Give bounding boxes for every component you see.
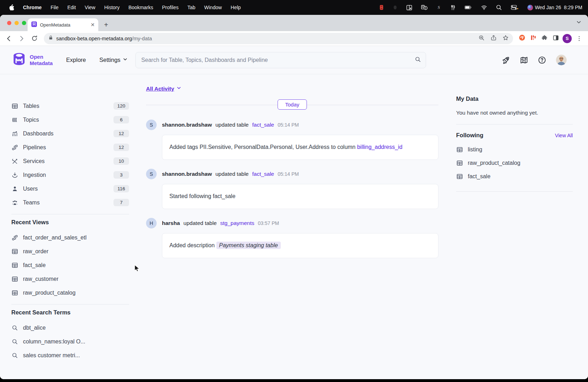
- zoom-window-button[interactable]: [22, 21, 26, 25]
- sidebar-item-users[interactable]: Users 116: [11, 182, 129, 196]
- list-item-label: raw_product_catalog: [468, 160, 520, 166]
- dashboard-icon: [11, 131, 18, 137]
- list-item[interactable]: dbt_alice: [11, 321, 129, 335]
- menu-tab[interactable]: Tab: [187, 5, 196, 10]
- feed-filter-dropdown[interactable]: All Activity: [146, 86, 438, 92]
- activity-time: 03:57 PM: [258, 220, 279, 226]
- browser-tab[interactable]: OpenMetadata ✕: [28, 18, 98, 31]
- reload-icon[interactable]: [29, 33, 40, 44]
- search-icon: [11, 352, 18, 359]
- app-alert-icon[interactable]: [421, 4, 428, 11]
- entity-link[interactable]: fact_sale: [252, 171, 274, 177]
- browser-profile-avatar[interactable]: S: [563, 34, 572, 43]
- wifi-icon[interactable]: [481, 4, 488, 11]
- activity-user[interactable]: shannon.bradshaw: [162, 122, 212, 128]
- activity-item: H harsha updated table stg_payments 03:5…: [146, 218, 438, 258]
- activity-item: S shannon.bradshaw updated table fact_sa…: [146, 169, 438, 209]
- tab-search-chevron-icon[interactable]: [576, 19, 582, 27]
- side-panel-icon[interactable]: [553, 35, 559, 42]
- spotlight-icon[interactable]: [496, 4, 502, 11]
- activity-time: 05:14 PM: [278, 122, 299, 128]
- sidebar-item-services[interactable]: Services 10: [11, 154, 129, 168]
- new-tab-button[interactable]: +: [101, 20, 111, 30]
- services-icon: [11, 158, 18, 164]
- list-item[interactable]: fact_sale: [11, 258, 129, 272]
- list-item[interactable]: raw_order: [11, 244, 129, 258]
- tab-favicon: [31, 21, 37, 29]
- apple-icon[interactable]: [8, 4, 14, 11]
- list-item[interactable]: raw_product_catalog: [11, 286, 129, 300]
- search-input[interactable]: [135, 52, 426, 68]
- svg-text:S: S: [437, 5, 440, 10]
- tab-strip: OpenMetadata ✕ +: [0, 15, 588, 31]
- list-item[interactable]: fact_order_and_sales_etl: [11, 231, 129, 244]
- lock-icon[interactable]: [48, 35, 53, 42]
- siri-icon[interactable]: [527, 4, 534, 11]
- list-item[interactable]: raw_product_catalog: [456, 156, 573, 170]
- list-item[interactable]: listing: [456, 143, 573, 156]
- sidebar-item-label: Pipelines: [23, 144, 46, 151]
- help-icon[interactable]: [538, 56, 546, 64]
- zoom-page-icon[interactable]: [478, 35, 485, 42]
- bookmark-star-icon[interactable]: [502, 35, 509, 42]
- extension-bars-icon[interactable]: [530, 34, 536, 42]
- column-link[interactable]: billing_address_id: [357, 144, 402, 150]
- nav-explore[interactable]: Explore: [66, 57, 86, 63]
- openmetadata-logo[interactable]: OpenMetadata: [11, 52, 53, 69]
- window-layout-icon[interactable]: [406, 4, 413, 11]
- menu-bookmarks[interactable]: Bookmarks: [128, 5, 153, 10]
- control-center-icon[interactable]: [510, 4, 519, 11]
- menubar-clock: Wed Jan 26 8:29 PM: [535, 5, 582, 10]
- activity-card[interactable]: Started following fact_sale: [162, 184, 438, 209]
- sidebar-item-teams[interactable]: Teams 7: [11, 196, 129, 209]
- menu-chrome[interactable]: Chrome: [23, 5, 42, 10]
- s-logo-icon[interactable]: S: [436, 4, 442, 11]
- activity-user[interactable]: harsha: [162, 220, 180, 226]
- list-item[interactable]: sales customer metri...: [11, 348, 129, 362]
- mic-blob-icon[interactable]: [392, 4, 398, 11]
- activity-item: S shannon.bradshaw updated table fact_sa…: [146, 120, 438, 160]
- sidebar-item-topics[interactable]: Topics 6: [11, 113, 129, 127]
- menu-profiles[interactable]: Profiles: [162, 5, 179, 10]
- battery-icon[interactable]: [464, 4, 472, 11]
- activity-card[interactable]: Added description Payments staging table: [162, 233, 438, 258]
- menu-edit[interactable]: Edit: [67, 5, 76, 10]
- address-bar[interactable]: sandbox-beta.open-metadata.org/my-data: [44, 33, 513, 44]
- menu-window[interactable]: Window: [204, 5, 222, 10]
- activity-card[interactable]: Added tags PII.Sensitive, PersonalData.P…: [162, 135, 438, 160]
- menu-help[interactable]: Help: [231, 5, 241, 10]
- list-item[interactable]: raw_customer: [11, 272, 129, 286]
- share-icon[interactable]: [490, 35, 497, 42]
- tour-map-icon[interactable]: [520, 56, 528, 64]
- screen-record-icon[interactable]: [379, 4, 384, 11]
- list-item[interactable]: column_names:loyal O...: [11, 335, 129, 348]
- sidebar-item-tables[interactable]: Tables 120: [11, 99, 129, 113]
- menu-file[interactable]: File: [51, 5, 59, 10]
- url-text[interactable]: sandbox-beta.open-metadata.org/my-data: [56, 36, 476, 41]
- nav-settings[interactable]: Settings: [99, 57, 128, 63]
- sidebar-item-dashboards[interactable]: Dashboards 12: [11, 127, 129, 140]
- extension-t-icon[interactable]: [519, 34, 525, 42]
- user-avatar[interactable]: [556, 54, 567, 65]
- minimize-window-button[interactable]: [14, 21, 19, 25]
- tab-close-icon[interactable]: ✕: [91, 22, 95, 28]
- activity-action: updated table: [184, 220, 217, 226]
- fork-knife-icon[interactable]: [450, 4, 456, 11]
- activity-user[interactable]: shannon.bradshaw: [162, 171, 212, 177]
- whats-new-rocket-icon[interactable]: [502, 56, 510, 64]
- entity-link[interactable]: fact_sale: [252, 122, 274, 128]
- list-item[interactable]: fact_sale: [456, 170, 573, 183]
- menu-history[interactable]: History: [104, 5, 120, 10]
- sidebar-item-ingestion[interactable]: Ingestion 3: [11, 168, 129, 182]
- entity-link[interactable]: stg_payments: [220, 220, 255, 226]
- pipeline-icon: [11, 235, 18, 241]
- extensions-puzzle-icon[interactable]: [541, 35, 548, 42]
- sidebar-item-pipelines[interactable]: Pipelines 12: [11, 140, 129, 154]
- forward-icon[interactable]: [16, 33, 27, 44]
- search-icon[interactable]: [415, 56, 421, 64]
- back-icon[interactable]: [4, 33, 14, 44]
- close-window-button[interactable]: [7, 21, 11, 25]
- menu-view[interactable]: View: [85, 5, 95, 10]
- browser-menu-kebab-icon[interactable]: [574, 33, 584, 44]
- view-all-link[interactable]: View All: [555, 133, 573, 138]
